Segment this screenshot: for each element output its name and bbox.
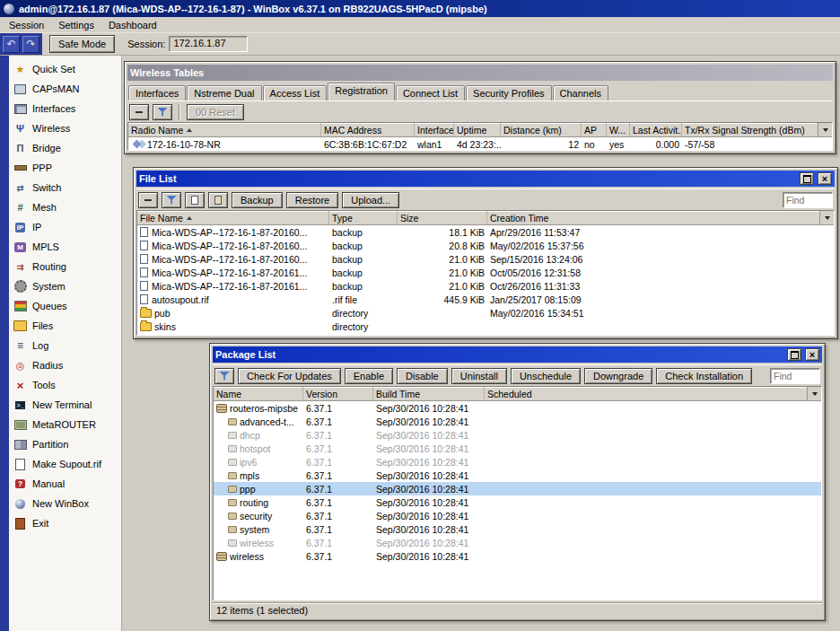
menu-dashboard[interactable]: Dashboard [101,18,164,32]
col-ap[interactable]: AP [582,123,607,136]
file-list-titlebar[interactable]: File List [136,171,835,187]
tab-interfaces[interactable]: Interfaces [128,85,186,101]
sidebar-item-capsman[interactable]: CAPsMAN [9,79,121,99]
maximize-button[interactable] [800,172,814,185]
filter-button[interactable] [162,192,181,208]
file-row[interactable]: Mica-WDS-AP--172-16-1-87-20161... backup… [137,279,834,293]
sidebar-item-radius[interactable]: Radius [9,355,121,375]
uninstall-button[interactable]: Uninstall [451,368,507,384]
sidebar-item-system[interactable]: System [9,276,121,296]
close-button[interactable] [805,348,819,361]
sidebar-item-queues[interactable]: Queues [9,296,121,316]
col-mac-address[interactable]: MAC Address [321,123,415,136]
file-row[interactable]: skins directory [137,320,834,333]
sidebar-item-new-winbox[interactable]: New WinBox [9,494,121,513]
col-distance[interactable]: Distance (km) [501,123,582,136]
package-row[interactable]: mpls 6.37.1 Sep/30/2016 10:28:41 [214,469,821,482]
col-scheduled[interactable]: Scheduled [485,387,807,400]
redo-button[interactable] [22,36,39,53]
sidebar-item-switch[interactable]: Switch [9,178,121,197]
reset-button[interactable]: 00 Reset [187,104,244,120]
sidebar-item-interfaces[interactable]: Interfaces [9,99,121,118]
package-list-titlebar[interactable]: Package List [213,346,822,363]
wireless-tables-titlebar[interactable]: Wireless Tables [127,65,833,81]
package-row-selected[interactable]: ppp 6.37.1 Sep/30/2016 10:28:41 [214,482,821,495]
file-row[interactable]: Mica-WDS-AP--172-16-1-87-20160... backup… [137,252,834,266]
copy-button[interactable] [185,192,205,208]
restore-button[interactable]: Restore [286,192,339,208]
backup-button[interactable]: Backup [232,192,283,208]
sidebar-item-mesh[interactable]: Mesh [9,197,121,217]
session-field[interactable]: 172.16.1.87 [169,36,248,52]
disable-button[interactable]: Disable [397,368,448,384]
header-dropdown-button[interactable] [818,123,832,136]
package-row-disabled[interactable]: wireless 6.37.1 Sep/30/2016 10:28:41 [214,536,821,549]
col-size[interactable]: Size [398,211,487,224]
sidebar-item-log[interactable]: Log [9,336,121,355]
header-dropdown-button[interactable] [807,387,821,400]
sidebar-item-new-terminal[interactable]: New Terminal [9,395,121,415]
close-button[interactable] [818,172,832,185]
downgrade-button[interactable]: Downgrade [584,368,652,384]
col-interface[interactable]: Interface [415,123,454,136]
file-row[interactable]: Mica-WDS-AP--172-16-1-87-20160... backup… [137,239,834,252]
col-signal-strength[interactable]: Tx/Rx Signal Strength (dBm) [682,123,818,136]
filter-button[interactable] [153,104,172,120]
col-type[interactable]: Type [329,211,398,224]
enable-button[interactable]: Enable [345,368,393,384]
col-wds[interactable]: W... [607,123,630,136]
package-row-disabled[interactable]: dhcp 6.37.1 Sep/30/2016 10:28:41 [214,428,821,442]
tab-security-profiles[interactable]: Security Profiles [466,85,551,101]
remove-entry-button[interactable] [129,104,149,120]
col-last-activity[interactable]: Last Activit... [630,123,682,136]
file-row[interactable]: Mica-WDS-AP--172-16-1-87-20161... backup… [137,266,834,279]
sidebar-item-quick-set[interactable]: Quick Set [9,59,121,79]
sidebar-item-files[interactable]: Files [9,316,121,336]
sidebar-item-ip[interactable]: IP [9,217,121,237]
upload-button[interactable]: Upload... [342,192,399,208]
sidebar-item-wireless[interactable]: Wireless [9,118,121,138]
sidebar-item-make-supout[interactable]: Make Supout.rif [9,454,121,474]
sidebar-item-manual[interactable]: Manual [9,474,121,494]
package-row[interactable]: routeros-mipsbe 6.37.1 Sep/30/2016 10:28… [214,401,821,415]
file-row[interactable]: pub directory May/02/2016 15:34:51 [137,306,834,320]
sidebar-item-mpls[interactable]: MPLS [9,237,121,257]
remove-file-button[interactable] [138,192,158,208]
find-input[interactable] [783,192,833,208]
tab-connect-list[interactable]: Connect List [396,85,465,101]
maximize-button[interactable] [787,348,801,361]
package-row[interactable]: routing 6.37.1 Sep/30/2016 10:28:41 [214,495,821,509]
package-row[interactable]: advanced-t... 6.37.1 Sep/30/2016 10:28:4… [214,415,821,428]
package-row-disabled[interactable]: hotspot 6.37.1 Sep/30/2016 10:28:41 [214,442,821,455]
sidebar-item-ppp[interactable]: PPP [9,158,121,178]
col-build-time[interactable]: Build Time [373,387,485,400]
menu-session[interactable]: Session [2,18,51,32]
col-file-name[interactable]: File Name [137,211,329,224]
find-input[interactable] [770,368,820,384]
sidebar-item-partition[interactable]: Partition [9,434,121,454]
app-titlebar[interactable]: admin@172.16.1.87 (Mica-WDS-AP--172-16-1… [0,0,840,17]
tab-nstreme-dual[interactable]: Nstreme Dual [187,85,261,101]
sidebar-item-tools[interactable]: Tools [9,375,121,395]
sidebar-item-metarouter[interactable]: MetaROUTER [9,415,121,434]
tab-registration[interactable]: Registration [328,83,395,101]
safe-mode-button[interactable]: Safe Mode [49,35,115,53]
undo-button[interactable] [3,36,20,53]
filter-button[interactable] [214,368,234,384]
paste-button[interactable] [208,192,228,208]
col-version[interactable]: Version [303,387,373,400]
package-row-disabled[interactable]: ipv6 6.37.1 Sep/30/2016 10:28:41 [214,455,821,469]
header-dropdown-button[interactable] [819,211,834,224]
tab-access-list[interactable]: Access List [263,85,328,101]
package-row[interactable]: security 6.37.1 Sep/30/2016 10:28:41 [214,509,821,522]
menu-settings[interactable]: Settings [51,18,101,32]
tab-channels[interactable]: Channels [553,85,608,101]
file-row[interactable]: autosupout.rif .rif file 445.9 KiB Jan/2… [137,293,834,306]
col-name[interactable]: Name [214,387,303,400]
package-row[interactable]: wireless 6.37.1 Sep/30/2016 10:28:41 [214,549,821,563]
file-row[interactable]: Mica-WDS-AP--172-16-1-87-20160... backup… [137,225,834,239]
col-uptime[interactable]: Uptime [454,123,501,136]
sidebar-item-exit[interactable]: Exit [9,513,121,533]
sidebar-item-bridge[interactable]: Bridge [9,138,121,158]
unschedule-button[interactable]: Unschedule [511,368,581,384]
